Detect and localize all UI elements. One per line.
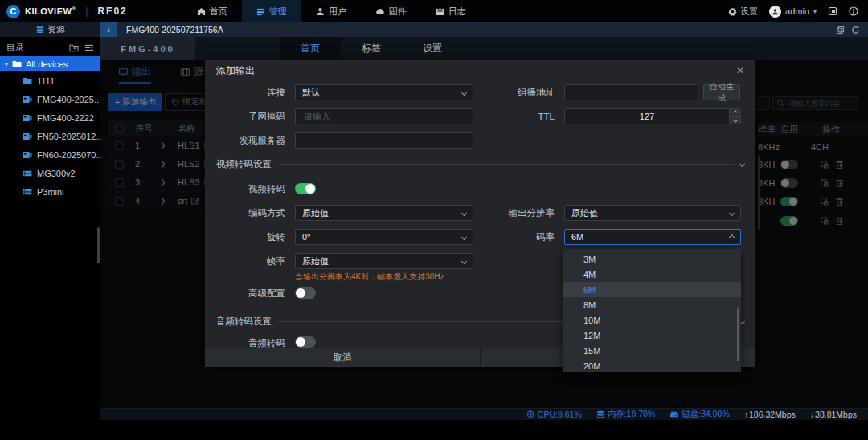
dropdown-scrollbar[interactable]: [737, 307, 739, 361]
chevron-down-icon: [461, 210, 467, 215]
settings-button[interactable]: 设置: [728, 6, 758, 18]
info-icon[interactable]: [849, 6, 858, 16]
tree-root-label: All devices: [26, 59, 68, 69]
bitrate-option[interactable]: 10M: [563, 312, 741, 328]
back-button[interactable]: ‹: [100, 22, 117, 37]
tree-item-fn60[interactable]: FN60-2025070...: [0, 145, 100, 164]
autogen-button[interactable]: 自动生成: [703, 84, 740, 100]
chevron-down-icon: [461, 89, 467, 95]
chevron-down-icon: [461, 258, 467, 263]
step-down-button[interactable]: [730, 116, 740, 124]
tree-item-fmg400-2025[interactable]: FMG400-2025...: [0, 90, 100, 108]
rotate-select[interactable]: 0°: [295, 229, 473, 245]
tree-item-label: MG300v2: [37, 169, 76, 178]
upload-rate: 186.32Mbps: [749, 409, 796, 419]
nav-item-label: 用户: [329, 6, 346, 18]
subnet-input-wrap: [295, 108, 473, 124]
home-icon: [197, 7, 206, 16]
bitrate-option[interactable]: 15M: [563, 343, 741, 358]
subnet-input[interactable]: [302, 111, 466, 122]
tree-item-p3mini[interactable]: P3mini: [0, 182, 100, 201]
bitrate-option[interactable]: 3M: [563, 251, 741, 267]
device-icon: [23, 151, 32, 159]
encode-select[interactable]: 原始值: [295, 205, 473, 221]
memory-icon: [596, 410, 604, 418]
bitrate-option-selected[interactable]: 6M: [563, 282, 741, 297]
main-nav: 首页 管理 用户 固件 日志: [182, 0, 481, 22]
audio-transcode-toggle[interactable]: [295, 336, 316, 348]
section-collapse-icon[interactable]: [739, 161, 745, 167]
framerate-select[interactable]: 原始值: [295, 253, 473, 269]
server-icon: [23, 169, 32, 177]
bitrate-dropdown: 3M 4M 6M 8M 10M 12M 15M 20M: [563, 249, 741, 372]
memory-usage: 内存:19.70%: [608, 409, 656, 420]
new-folder-icon[interactable]: [69, 43, 79, 52]
bitrate-option[interactable]: 20M: [563, 358, 741, 372]
advanced-toggle[interactable]: [295, 287, 316, 299]
refresh-icon[interactable]: [851, 26, 860, 35]
user-icon: [316, 7, 325, 16]
brand-model: RF02: [97, 6, 127, 17]
collapse-tree-icon[interactable]: [84, 43, 94, 52]
nav-item-label: 管理: [269, 6, 287, 18]
device-icon: [23, 132, 32, 141]
bitrate-option[interactable]: 8M: [563, 297, 741, 312]
nav-item-label: 首页: [210, 6, 227, 18]
topbar-right: 设置 admin ▾: [728, 6, 868, 18]
tree-item-label: FMG400-2025...: [37, 95, 100, 104]
multicast-input[interactable]: [571, 87, 691, 98]
nav-item-logs[interactable]: 日志: [421, 0, 481, 22]
tree-item-fmg400-2222[interactable]: FMG400-2222: [0, 108, 100, 127]
discovery-input[interactable]: [302, 135, 466, 146]
sidebar-scrollbar[interactable]: [97, 227, 100, 263]
tab-device-settings[interactable]: 设置: [402, 37, 463, 60]
bitrate-label: 码率: [470, 229, 555, 245]
settings-label: 设置: [740, 6, 758, 18]
nav-item-firmware[interactable]: 固件: [361, 0, 421, 22]
tree-root-all-devices[interactable]: ▾ All devices: [0, 56, 100, 71]
nav-item-home[interactable]: 首页: [182, 0, 242, 22]
ttl-stepper: [730, 108, 741, 124]
log-calendar-icon: [436, 7, 444, 16]
tab-device-home[interactable]: 首页: [280, 37, 341, 60]
framerate-label: 帧率: [205, 253, 285, 269]
bitrate-select[interactable]: 6M: [564, 229, 741, 245]
tab-device-tags[interactable]: 标签: [341, 37, 402, 60]
step-up-button[interactable]: [730, 109, 740, 116]
chevron-down-icon: [461, 234, 467, 239]
gear-icon: [728, 7, 737, 16]
tree-item-label: FN60-2025070...: [37, 150, 100, 160]
disk-usage: 磁盘:34.00%: [682, 409, 730, 420]
nav-item-manage[interactable]: 管理: [242, 0, 301, 22]
avatar: [769, 6, 781, 18]
logout-icon[interactable]: [828, 6, 837, 16]
resolution-select[interactable]: 原始值: [564, 205, 741, 221]
video-transcode-toggle[interactable]: [295, 183, 316, 194]
tree-item-label: FMG400-2222: [37, 113, 94, 123]
video-transcode-label: 视频转码: [205, 181, 285, 197]
tree-title: 目录: [6, 42, 24, 54]
nav-item-users[interactable]: 用户: [301, 0, 361, 22]
ttl-label: TTL: [470, 108, 555, 124]
multicast-label: 组播地址: [470, 84, 555, 100]
user-menu[interactable]: admin ▾: [769, 6, 817, 18]
bitrate-option[interactable]: 12M: [563, 328, 741, 343]
cancel-button[interactable]: 取消: [205, 348, 481, 367]
connection-select[interactable]: 默认: [295, 84, 473, 100]
tree-item-1111[interactable]: 1111: [0, 71, 100, 90]
subnet-label: 子网掩码: [205, 108, 285, 124]
top-navbar: C KILOVIEW® | RF02 首页 管理 用户 固件: [0, 0, 868, 22]
brand-reg-mark: ®: [72, 6, 76, 11]
folder-open-icon: [12, 60, 22, 68]
window-icon[interactable]: [836, 26, 845, 35]
discovery-label: 发现服务器: [205, 132, 285, 149]
status-bar: CPU:9.61% 内存:19.70% 磁盘:34.00% ↑ 186.32Mb…: [100, 408, 868, 420]
nav-item-label: 固件: [389, 6, 407, 18]
bitrate-option[interactable]: 4M: [563, 267, 741, 282]
tree-item-mg300v2[interactable]: MG300v2: [0, 164, 100, 182]
close-icon[interactable]: ✕: [736, 65, 744, 76]
upload-arrow-icon: ↑: [744, 409, 748, 419]
ttl-input[interactable]: [571, 111, 723, 122]
tree-item-fn50[interactable]: FN50-2025012...: [0, 127, 100, 145]
advanced-label: 高级配置: [205, 285, 285, 301]
